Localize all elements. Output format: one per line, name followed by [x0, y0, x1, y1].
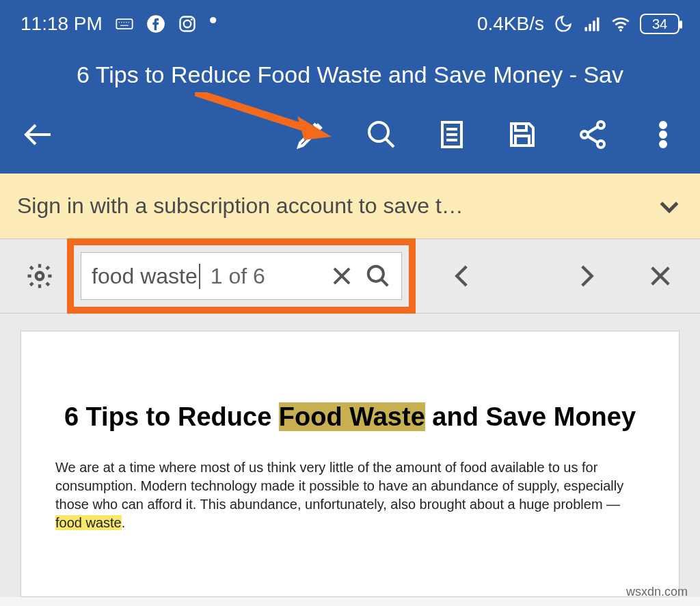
toolbar: [0, 105, 700, 174]
banner-text: Sign in with a subscription account to s…: [17, 193, 656, 219]
search-highlight: food waste: [55, 515, 122, 530]
save-button[interactable]: [506, 118, 539, 151]
svg-point-34: [36, 273, 44, 280]
search-input[interactable]: food waste: [92, 264, 200, 289]
svg-point-9: [184, 20, 191, 28]
document-title: 6 Tips to Reduce Food Waste and Save Mon…: [0, 48, 700, 105]
find-bar: food waste 1 of 6: [0, 238, 700, 314]
svg-line-19: [386, 139, 394, 147]
svg-point-33: [660, 141, 666, 147]
back-button[interactable]: [21, 118, 53, 151]
document-heading: 6 Tips to Reduce Food Waste and Save Mon…: [55, 400, 645, 435]
svg-rect-12: [589, 24, 591, 31]
edit-button[interactable]: [295, 118, 327, 151]
svg-line-30: [587, 136, 598, 143]
svg-rect-13: [593, 20, 595, 31]
svg-line-38: [381, 279, 388, 286]
clear-search-button[interactable]: [329, 263, 355, 289]
next-match-button[interactable]: [558, 262, 613, 290]
svg-rect-25: [515, 136, 529, 146]
svg-line-29: [587, 126, 598, 133]
svg-rect-0: [116, 19, 132, 29]
instagram-icon: [178, 14, 197, 33]
document-page[interactable]: 6 Tips to Reduce Food Waste and Save Mon…: [21, 331, 679, 597]
svg-point-31: [660, 122, 666, 128]
battery-icon: 34: [640, 14, 679, 34]
search-box-highlight: food waste 1 of 6: [67, 238, 416, 314]
close-search-button[interactable]: [633, 262, 688, 290]
svg-point-37: [368, 266, 383, 281]
search-settings-button[interactable]: [12, 262, 67, 290]
status-bar: 11:18 PM • 0.4KB/s 34: [0, 0, 700, 48]
run-search-button[interactable]: [365, 263, 391, 289]
svg-rect-24: [515, 124, 526, 130]
svg-point-15: [619, 29, 622, 31]
svg-rect-11: [585, 27, 588, 31]
signin-banner[interactable]: Sign in with a subscription account to s…: [0, 174, 700, 238]
watermark: wsxdn.com: [626, 585, 688, 599]
svg-point-32: [660, 132, 666, 137]
svg-point-10: [191, 18, 193, 20]
network-speed: 0.4KB/s: [477, 13, 544, 35]
document-viewport[interactable]: 6 Tips to Reduce Food Waste and Save Mon…: [0, 314, 700, 597]
search-highlight-current: Food Waste: [279, 402, 425, 431]
clock: 11:18 PM: [21, 13, 103, 35]
keyboard-icon: [115, 14, 134, 33]
document-paragraph: We are at a time where most of us think …: [55, 458, 645, 532]
signal-icon: [582, 14, 602, 33]
svg-point-18: [369, 122, 388, 141]
facebook-icon: [146, 14, 165, 33]
search-box[interactable]: food waste 1 of 6: [81, 252, 402, 300]
chevron-down-icon[interactable]: [656, 193, 683, 220]
more-button[interactable]: [647, 118, 679, 151]
moon-icon: [554, 14, 573, 33]
search-button[interactable]: [365, 118, 398, 151]
share-button[interactable]: [576, 118, 609, 151]
svg-rect-14: [597, 18, 600, 31]
previous-match-button[interactable]: [435, 262, 490, 290]
search-counter: 1 of 6: [211, 264, 265, 289]
wifi-icon: [611, 14, 630, 33]
view-mode-button[interactable]: [435, 118, 468, 151]
